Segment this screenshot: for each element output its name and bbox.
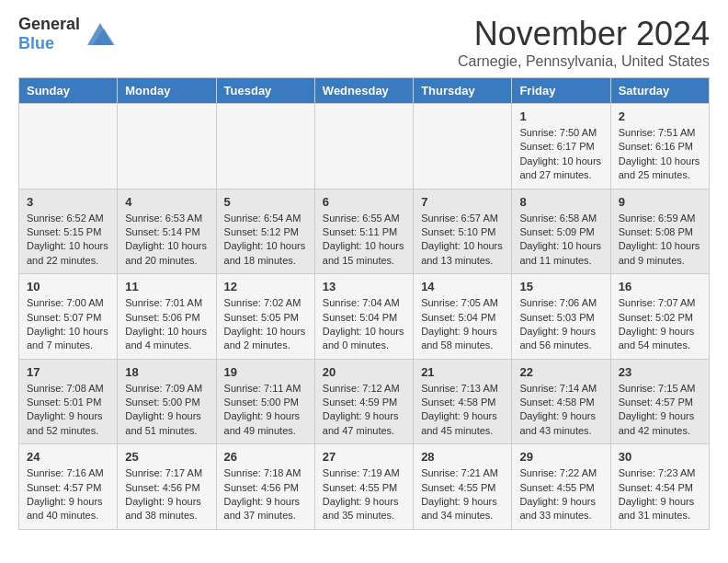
weekday-thursday: Thursday <box>414 78 512 104</box>
calendar-cell: 15Sunrise: 7:06 AM Sunset: 5:03 PM Dayli… <box>512 274 610 360</box>
day-number: 13 <box>323 280 405 293</box>
weekday-wednesday: Wednesday <box>314 78 413 104</box>
calendar-cell: 21Sunrise: 7:13 AM Sunset: 4:58 PM Dayli… <box>414 359 512 444</box>
weekday-header-row: SundayMondayTuesdayWednesdayThursdayFrid… <box>19 78 710 104</box>
day-info: Sunrise: 6:55 AM Sunset: 5:11 PM Dayligh… <box>323 212 405 269</box>
day-info: Sunrise: 7:15 AM Sunset: 4:57 PM Dayligh… <box>619 382 701 439</box>
day-info: Sunrise: 7:11 AM Sunset: 5:00 PM Dayligh… <box>224 382 307 439</box>
calendar-cell: 2Sunrise: 7:51 AM Sunset: 6:16 PM Daylig… <box>610 104 709 190</box>
day-info: Sunrise: 6:54 AM Sunset: 5:12 PM Dayligh… <box>224 212 307 269</box>
calendar-cell: 25Sunrise: 7:17 AM Sunset: 4:56 PM Dayli… <box>118 444 216 530</box>
day-number: 26 <box>224 450 307 464</box>
day-info: Sunrise: 7:50 AM Sunset: 6:17 PM Dayligh… <box>519 126 602 183</box>
day-number: 18 <box>125 365 208 379</box>
day-number: 11 <box>125 280 208 293</box>
day-info: Sunrise: 7:02 AM Sunset: 5:05 PM Dayligh… <box>224 296 307 353</box>
calendar-cell: 3Sunrise: 6:52 AM Sunset: 5:15 PM Daylig… <box>19 189 118 274</box>
day-number: 24 <box>27 450 109 464</box>
day-number: 14 <box>421 280 504 293</box>
day-number: 5 <box>224 195 307 209</box>
title-block: November 2024 Carnegie, Pennsylvania, Un… <box>458 15 710 70</box>
week-row-1: 3Sunrise: 6:52 AM Sunset: 5:15 PM Daylig… <box>19 189 710 274</box>
day-info: Sunrise: 7:12 AM Sunset: 4:59 PM Dayligh… <box>323 382 405 439</box>
day-info: Sunrise: 7:51 AM Sunset: 6:16 PM Dayligh… <box>619 126 701 183</box>
calendar-cell: 19Sunrise: 7:11 AM Sunset: 5:00 PM Dayli… <box>216 359 314 444</box>
day-info: Sunrise: 6:57 AM Sunset: 5:10 PM Dayligh… <box>421 212 504 269</box>
day-info: Sunrise: 7:16 AM Sunset: 4:57 PM Dayligh… <box>27 466 109 523</box>
calendar-cell: 14Sunrise: 7:05 AM Sunset: 5:04 PM Dayli… <box>414 274 512 360</box>
day-number: 21 <box>421 365 504 379</box>
day-number: 20 <box>323 365 405 379</box>
calendar-cell: 20Sunrise: 7:12 AM Sunset: 4:59 PM Dayli… <box>314 359 413 444</box>
day-info: Sunrise: 7:07 AM Sunset: 5:02 PM Dayligh… <box>619 296 701 353</box>
calendar-cell <box>118 104 216 190</box>
day-info: Sunrise: 7:06 AM Sunset: 5:03 PM Dayligh… <box>519 296 602 353</box>
calendar-table: SundayMondayTuesdayWednesdayThursdayFrid… <box>18 77 710 530</box>
day-number: 6 <box>323 195 405 209</box>
logo-text: General Blue <box>18 15 80 53</box>
calendar-cell: 4Sunrise: 6:53 AM Sunset: 5:14 PM Daylig… <box>118 189 216 274</box>
day-number: 16 <box>619 280 701 293</box>
calendar-header: SundayMondayTuesdayWednesdayThursdayFrid… <box>19 78 710 104</box>
day-info: Sunrise: 6:52 AM Sunset: 5:15 PM Dayligh… <box>27 212 109 269</box>
day-number: 30 <box>619 450 701 464</box>
day-number: 29 <box>519 450 602 464</box>
calendar-cell: 1Sunrise: 7:50 AM Sunset: 6:17 PM Daylig… <box>512 104 610 190</box>
calendar-cell: 11Sunrise: 7:01 AM Sunset: 5:06 PM Dayli… <box>118 274 216 360</box>
calendar-cell: 9Sunrise: 6:59 AM Sunset: 5:08 PM Daylig… <box>610 189 709 274</box>
day-info: Sunrise: 7:23 AM Sunset: 4:54 PM Dayligh… <box>619 466 701 523</box>
calendar-cell: 17Sunrise: 7:08 AM Sunset: 5:01 PM Dayli… <box>19 359 118 444</box>
day-info: Sunrise: 7:22 AM Sunset: 4:55 PM Dayligh… <box>519 466 602 523</box>
day-number: 9 <box>619 195 701 209</box>
calendar-cell: 22Sunrise: 7:14 AM Sunset: 4:58 PM Dayli… <box>512 359 610 444</box>
day-number: 4 <box>125 195 208 209</box>
main-title: November 2024 <box>458 15 710 53</box>
day-number: 15 <box>519 280 602 293</box>
day-number: 10 <box>27 280 109 293</box>
day-number: 25 <box>125 450 208 464</box>
day-info: Sunrise: 7:17 AM Sunset: 4:56 PM Dayligh… <box>125 466 208 523</box>
logo-general: General <box>18 15 80 34</box>
calendar-cell: 12Sunrise: 7:02 AM Sunset: 5:05 PM Dayli… <box>216 274 314 360</box>
week-row-3: 17Sunrise: 7:08 AM Sunset: 5:01 PM Dayli… <box>19 359 710 444</box>
day-number: 1 <box>519 109 602 123</box>
calendar-cell <box>19 104 118 190</box>
day-info: Sunrise: 6:53 AM Sunset: 5:14 PM Dayligh… <box>125 212 208 269</box>
day-info: Sunrise: 7:19 AM Sunset: 4:55 PM Dayligh… <box>323 466 405 523</box>
day-info: Sunrise: 6:58 AM Sunset: 5:09 PM Dayligh… <box>519 212 602 269</box>
page-container: General Blue November 2024 Carnegie, Pen… <box>0 0 728 545</box>
calendar-cell <box>414 104 512 190</box>
day-info: Sunrise: 7:00 AM Sunset: 5:07 PM Dayligh… <box>27 296 109 353</box>
calendar-cell: 13Sunrise: 7:04 AM Sunset: 5:04 PM Dayli… <box>314 274 413 360</box>
day-number: 7 <box>421 195 504 209</box>
calendar-cell: 26Sunrise: 7:18 AM Sunset: 4:56 PM Dayli… <box>216 444 314 530</box>
day-info: Sunrise: 7:14 AM Sunset: 4:58 PM Dayligh… <box>519 382 602 439</box>
day-number: 22 <box>519 365 602 379</box>
calendar-cell: 6Sunrise: 6:55 AM Sunset: 5:11 PM Daylig… <box>314 189 413 274</box>
day-number: 3 <box>27 195 109 209</box>
day-info: Sunrise: 7:08 AM Sunset: 5:01 PM Dayligh… <box>27 382 109 439</box>
calendar-cell: 10Sunrise: 7:00 AM Sunset: 5:07 PM Dayli… <box>19 274 118 360</box>
day-number: 28 <box>421 450 504 464</box>
weekday-saturday: Saturday <box>610 78 709 104</box>
weekday-tuesday: Tuesday <box>216 78 314 104</box>
calendar-cell: 7Sunrise: 6:57 AM Sunset: 5:10 PM Daylig… <box>414 189 512 274</box>
day-number: 8 <box>519 195 602 209</box>
calendar-cell: 5Sunrise: 6:54 AM Sunset: 5:12 PM Daylig… <box>216 189 314 274</box>
day-info: Sunrise: 6:59 AM Sunset: 5:08 PM Dayligh… <box>619 212 701 269</box>
day-number: 2 <box>619 109 701 123</box>
day-number: 23 <box>619 365 701 379</box>
day-number: 17 <box>27 365 109 379</box>
calendar-cell: 23Sunrise: 7:15 AM Sunset: 4:57 PM Dayli… <box>610 359 709 444</box>
day-info: Sunrise: 7:21 AM Sunset: 4:55 PM Dayligh… <box>421 466 504 523</box>
calendar-cell <box>216 104 314 190</box>
week-row-0: 1Sunrise: 7:50 AM Sunset: 6:17 PM Daylig… <box>19 104 710 190</box>
calendar-cell: 16Sunrise: 7:07 AM Sunset: 5:02 PM Dayli… <box>610 274 709 360</box>
day-info: Sunrise: 7:01 AM Sunset: 5:06 PM Dayligh… <box>125 296 208 353</box>
logo-icon <box>84 19 117 49</box>
day-number: 19 <box>224 365 307 379</box>
calendar-cell: 29Sunrise: 7:22 AM Sunset: 4:55 PM Dayli… <box>512 444 610 530</box>
calendar-cell: 27Sunrise: 7:19 AM Sunset: 4:55 PM Dayli… <box>314 444 413 530</box>
day-info: Sunrise: 7:18 AM Sunset: 4:56 PM Dayligh… <box>224 466 307 523</box>
logo: General Blue <box>18 15 117 53</box>
